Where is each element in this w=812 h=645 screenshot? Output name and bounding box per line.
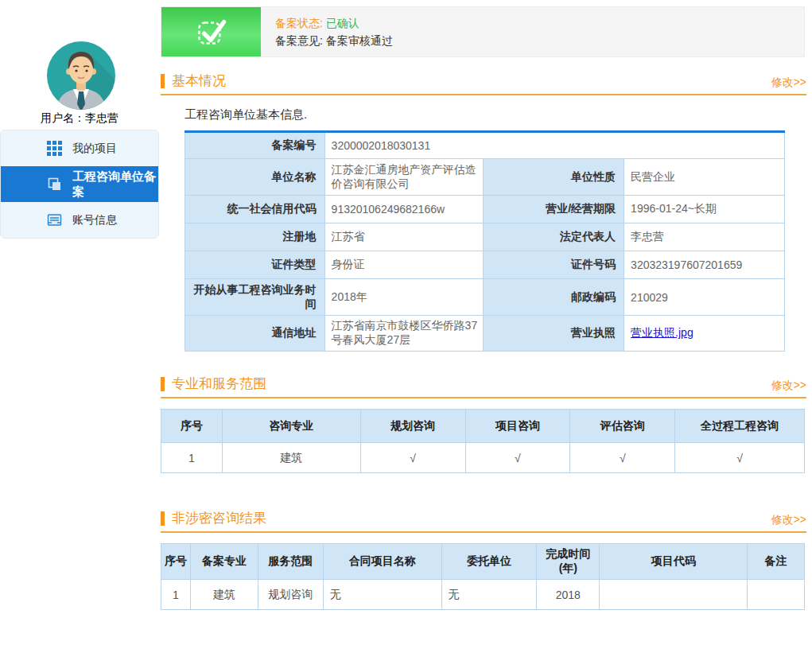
- banner-text: 备案状态: 已确认 备案意见: 备案审核通过: [275, 14, 393, 49]
- section-bar-icon: [161, 74, 165, 88]
- username-label: 用户名：: [41, 111, 85, 124]
- table-row: 证件类型 身份证 证件号码 320323197607201659: [185, 251, 785, 279]
- results-table: 序号 备案专业 服务范围 合同项目名称 委托单位 完成时间(年) 项目代码 备注…: [161, 543, 805, 610]
- section-divider: [161, 94, 806, 95]
- cell-seq: 1: [161, 580, 191, 610]
- section-title-text: 专业和服务范围: [172, 375, 266, 393]
- table-row: 单位名称 江苏金汇通房地产资产评估造价咨询有限公司 单位性质 民营企业: [185, 159, 785, 196]
- male-avatar-icon: [47, 41, 115, 110]
- field-value: 李忠营: [624, 223, 785, 251]
- section-title-text: 非涉密咨询结果: [172, 509, 266, 527]
- cell-specialty: 建筑: [190, 580, 258, 610]
- table-row: 1 建筑 规划咨询 无 无 2018: [161, 580, 805, 610]
- column-header: 规划咨询: [360, 410, 465, 443]
- field-label: 证件号码: [484, 251, 624, 279]
- cell-client: 无: [441, 580, 537, 610]
- table-header-row: 序号 备案专业 服务范围 合同项目名称 委托单位 完成时间(年) 项目代码 备注: [161, 544, 805, 580]
- field-value: 江苏省南京市鼓楼区华侨路37号春风大厦27层: [324, 316, 484, 352]
- results-section-header: 非涉密咨询结果 修改>>: [161, 509, 806, 527]
- page: 用户名：李忠营 我的项目: [0, 0, 812, 645]
- card-icon: [47, 212, 62, 227]
- field-value: 江苏省: [324, 223, 484, 251]
- field-label: 法定代表人: [484, 223, 624, 251]
- table-row: 开始从事工程咨询业务时间 2018年 邮政编码 210029: [185, 279, 785, 316]
- field-value: 身份证: [324, 251, 484, 279]
- business-license-link[interactable]: 营业执照.jpg: [631, 326, 694, 339]
- cell-check: √: [675, 443, 805, 473]
- opinion-line: 备案意见: 备案审核通过: [275, 32, 393, 49]
- section-divider: [161, 397, 806, 398]
- field-value: 2018年: [324, 279, 484, 316]
- username: 用户名：李忠营: [0, 111, 159, 126]
- cell-service-scope: 规划咨询: [258, 580, 323, 610]
- field-value: 江苏金汇通房地产资产评估造价咨询有限公司: [324, 159, 484, 196]
- field-value: 91320106249682166w: [324, 196, 484, 223]
- cell-check: √: [360, 443, 465, 473]
- field-label: 单位性质: [484, 159, 624, 196]
- table-row: 备案编号 3200002018030131: [185, 132, 785, 159]
- field-value: 210029: [624, 279, 785, 316]
- results-edit-link[interactable]: 修改>>: [771, 513, 806, 527]
- sidebar-item-account-info[interactable]: 账号信息: [1, 202, 158, 238]
- field-label: 注册地: [185, 223, 325, 251]
- cell-check: √: [465, 443, 570, 473]
- column-header: 序号: [161, 544, 191, 580]
- cell-specialty: 建筑: [222, 443, 360, 473]
- column-header: 项目咨询: [465, 410, 570, 443]
- table-header-row: 序号 咨询专业 规划咨询 项目咨询 评估咨询 全过程工程咨询: [161, 410, 805, 443]
- sidebar-item-label: 账号信息: [72, 213, 117, 227]
- column-header: 咨询专业: [222, 410, 360, 443]
- field-label: 统一社会信用代码: [185, 196, 325, 223]
- column-header: 合同项目名称: [323, 544, 441, 580]
- field-value: 营业执照.jpg: [624, 316, 785, 352]
- cell-remark: [748, 580, 805, 610]
- sidebar-item-unit-filing[interactable]: 工程咨询单位备案: [1, 166, 158, 202]
- status-value: 已确认: [326, 17, 359, 29]
- copy-icon: [47, 177, 62, 192]
- opinion-label: 备案意见:: [275, 34, 323, 47]
- column-header: 备案专业: [190, 544, 258, 580]
- cell-finish-year: 2018: [537, 580, 600, 610]
- basic-section-header: 基本情况 修改>>: [161, 72, 806, 90]
- scope-section-header: 专业和服务范围 修改>>: [161, 375, 806, 393]
- cell-project-name: 无: [323, 580, 441, 610]
- field-label: 营业执照: [484, 316, 624, 352]
- section-divider: [161, 531, 806, 533]
- username-value: 李忠营: [85, 111, 118, 124]
- cell-check: √: [570, 443, 675, 473]
- section-bar-icon: [161, 511, 165, 526]
- grid-icon: [47, 141, 62, 156]
- column-header: 项目代码: [600, 544, 748, 580]
- scope-section-title: 专业和服务范围: [161, 375, 266, 393]
- table-row: 通信地址 江苏省南京市鼓楼区华侨路37号春风大厦27层 营业执照 营业执照.jp…: [185, 316, 785, 352]
- column-header: 完成时间(年): [537, 544, 600, 580]
- field-label: 开始从事工程咨询业务时间: [185, 279, 325, 316]
- section-bar-icon: [161, 377, 165, 391]
- field-value: 3200002018030131: [324, 132, 784, 159]
- table-row: 统一社会信用代码 91320106249682166w 营业/经营期限 1996…: [185, 196, 785, 223]
- main-content: 基本情况 修改>> 工程咨询单位基本信息. 备案编号 3200002018030…: [161, 72, 806, 610]
- column-header: 服务范围: [258, 544, 323, 580]
- basic-edit-link[interactable]: 修改>>: [771, 76, 806, 90]
- status-label: 备案状态:: [275, 17, 323, 29]
- column-header: 委托单位: [441, 544, 537, 580]
- sidebar-item-label: 我的项目: [72, 142, 117, 156]
- column-header: 备注: [748, 544, 805, 580]
- field-label: 营业/经营期限: [484, 196, 624, 223]
- scope-edit-link[interactable]: 修改>>: [771, 379, 806, 393]
- opinion-value: 备案审核通过: [326, 34, 393, 47]
- basic-info-table: 备案编号 3200002018030131 单位名称 江苏金汇通房地产资产评估造…: [185, 130, 785, 352]
- sidebar-item-label: 工程咨询单位备案: [72, 169, 158, 200]
- basic-table-subtitle: 工程咨询单位基本信息.: [185, 107, 806, 122]
- field-label: 单位名称: [185, 159, 325, 196]
- sidebar-item-my-projects[interactable]: 我的项目: [1, 130, 158, 166]
- table-row: 注册地 江苏省 法定代表人 李忠营: [185, 223, 785, 251]
- column-header: 序号: [161, 410, 223, 443]
- scope-table: 序号 咨询专业 规划咨询 项目咨询 评估咨询 全过程工程咨询 1 建筑 √ √ …: [161, 409, 805, 473]
- status-line: 备案状态: 已确认: [275, 14, 393, 32]
- user-avatar: [47, 41, 115, 110]
- column-header: 评估咨询: [570, 410, 675, 443]
- filing-status-banner: 备案状态: 已确认 备案意见: 备案审核通过: [161, 6, 805, 57]
- cell-project-code: [600, 580, 748, 610]
- field-value: 320323197607201659: [624, 251, 785, 279]
